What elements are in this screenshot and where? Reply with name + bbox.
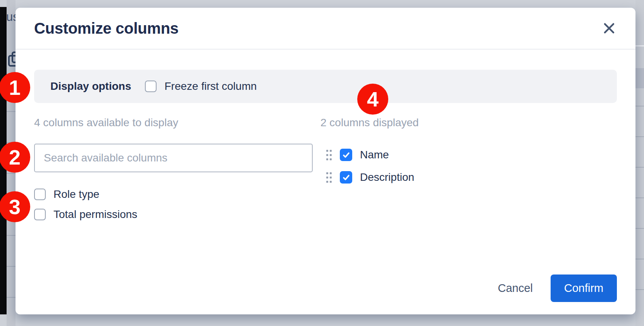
confirm-button[interactable]: Confirm: [551, 275, 617, 302]
description-checkbox[interactable]: [340, 171, 352, 184]
cancel-button[interactable]: Cancel: [492, 278, 538, 299]
displayed-columns-panel: 2 columns displayed Name Description: [320, 116, 617, 221]
close-button[interactable]: [600, 19, 618, 38]
displayed-column-row[interactable]: Name: [320, 146, 617, 163]
drag-handle-icon[interactable]: [326, 150, 332, 160]
annotation-badge-1: 1: [0, 72, 30, 103]
dialog-header: Customize columns: [15, 8, 635, 50]
available-column-row[interactable]: Role type: [34, 188, 313, 201]
annotation-badge-2: 2: [0, 142, 30, 173]
available-columns-panel: 4 columns available to display Role type…: [34, 116, 313, 221]
background-right-strip: [635, 0, 644, 326]
annotation-badge-3: 3: [0, 191, 30, 222]
annotation-badge-4: 4: [357, 84, 388, 115]
available-column-row[interactable]: Total permissions: [34, 208, 313, 221]
dialog-title: Customize columns: [34, 20, 179, 37]
name-label: Name: [360, 149, 389, 161]
available-columns-header: 4 columns available to display: [34, 116, 313, 129]
displayed-column-row[interactable]: Description: [320, 169, 617, 186]
displayed-columns-header: 2 columns displayed: [320, 116, 617, 129]
total-permissions-checkbox[interactable]: [34, 209, 46, 220]
copy-icon: [8, 51, 15, 67]
role-type-checkbox[interactable]: [34, 189, 46, 200]
name-checkbox[interactable]: [340, 149, 352, 161]
dialog-body: Display options Freeze first column 4 co…: [15, 50, 635, 221]
close-icon: [603, 22, 615, 34]
freeze-first-column-label[interactable]: Freeze first column: [164, 80, 257, 93]
total-permissions-label: Total permissions: [53, 208, 137, 221]
columns-panels: 4 columns available to display Role type…: [34, 116, 617, 221]
display-options-bar: Display options Freeze first column: [34, 70, 617, 103]
display-options-label: Display options: [50, 80, 131, 93]
description-label: Description: [360, 171, 414, 184]
dialog-footer: Cancel Confirm: [492, 275, 617, 302]
drag-handle-icon[interactable]: [326, 172, 332, 183]
customize-columns-dialog: Customize columns Display options Freeze…: [15, 8, 635, 314]
role-type-label: Role type: [53, 188, 99, 201]
background-clipped-text: us: [6, 10, 15, 24]
freeze-first-column-checkbox[interactable]: [145, 81, 157, 92]
search-available-columns-input[interactable]: [34, 144, 313, 172]
